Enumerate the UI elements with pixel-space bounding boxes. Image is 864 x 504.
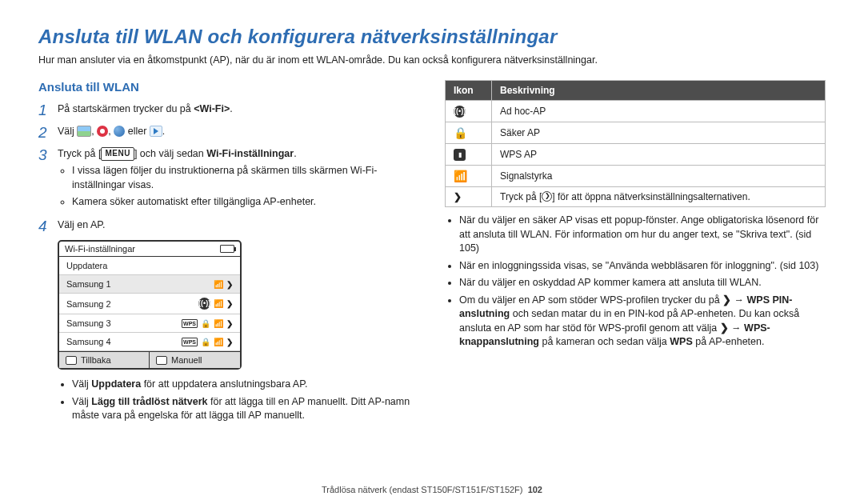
adhoc-icon: ((•)) bbox=[198, 298, 210, 310]
table-row: Säker AP bbox=[446, 122, 826, 144]
chevron-right-icon: ❯ bbox=[722, 294, 731, 308]
manual-btn-icon bbox=[156, 356, 167, 365]
globe-icon bbox=[114, 126, 125, 137]
chevron-right-icon: ❯ bbox=[720, 322, 729, 336]
under-device-note-1: Välj Uppdatera för att uppdatera anslutn… bbox=[72, 378, 419, 392]
right-note-3: När du väljer en oskyddad AP kommer kame… bbox=[459, 276, 826, 290]
page-title: Ansluta till WLAN och konfigurera nätver… bbox=[38, 26, 826, 48]
right-note-1: När du väljer en säker AP visas ett popu… bbox=[459, 214, 826, 256]
landscape-icon bbox=[77, 126, 91, 137]
ap-row-3: Samsung 3 WPS❯ bbox=[59, 314, 240, 333]
section-heading: Ansluta till WLAN bbox=[38, 80, 419, 94]
intro-text: Hur man ansluter via en åtkomstpunkt (AP… bbox=[38, 54, 826, 66]
ap-row-1: Samsung 1 ❯ bbox=[59, 275, 240, 294]
chevron-right-icon: ❯ bbox=[226, 338, 233, 346]
lock-icon bbox=[454, 126, 467, 139]
right-note-2: När en inloggningssida visas, se "Använd… bbox=[459, 259, 826, 274]
step-1: På startskärmen trycker du på <Wi-Fi>. bbox=[38, 102, 419, 116]
chevron-right-icon: ❯ bbox=[226, 299, 233, 308]
under-device-note-2: Välj Lägg till trådlöst nätverk för att … bbox=[72, 395, 419, 423]
lock-icon bbox=[201, 338, 210, 346]
icon-description-table: Ikon Beskrivning ((•)) Ad hoc-AP Säker A… bbox=[445, 80, 826, 207]
chevron-right-icon: ❯ bbox=[226, 280, 233, 289]
step-3: Tryck på [MENU] och välj sedan Wi-Fi-ins… bbox=[38, 146, 419, 210]
th-desc: Beskrivning bbox=[492, 81, 826, 101]
wps-icon: WPS bbox=[182, 319, 198, 328]
step-2: Välj , , eller . bbox=[38, 124, 419, 138]
wifi-icon bbox=[214, 299, 223, 308]
menu-icon: MENU bbox=[101, 147, 134, 161]
ap-row-refresh: Uppdatera bbox=[59, 257, 240, 275]
table-row: Signalstyrka bbox=[446, 166, 826, 187]
lock-icon bbox=[201, 319, 210, 328]
back-btn-icon bbox=[66, 356, 77, 365]
record-icon bbox=[97, 126, 108, 137]
wifi-icon bbox=[214, 338, 223, 346]
chevron-right-icon: ❯ bbox=[226, 319, 233, 328]
step-3-note-2: Kamera söker automatiskt efter tillgängl… bbox=[72, 195, 419, 210]
play-icon bbox=[150, 126, 162, 137]
device-screenshot: Wi-Fi-inställningar Uppdatera Samsung 1 … bbox=[58, 240, 242, 370]
ap-row-2: Samsung 2 ((•))❯ bbox=[59, 294, 240, 314]
table-row: ▮ WPS AP bbox=[446, 144, 826, 166]
chevron-right-icon: ❯ bbox=[454, 191, 462, 202]
wifi-icon bbox=[214, 319, 223, 328]
table-row: ((•)) Ad hoc-AP bbox=[446, 101, 826, 122]
th-icon: Ikon bbox=[446, 81, 492, 101]
options-icon bbox=[542, 191, 552, 202]
page-footer: Trådlösa nätverk (endast ST150F/ST151F/S… bbox=[0, 485, 864, 494]
right-note-4: Om du väljer en AP som stöder WPS-profil… bbox=[459, 294, 826, 350]
device-back: Tillbaka bbox=[59, 352, 150, 368]
ap-row-4: Samsung 4 WPS❯ bbox=[59, 333, 240, 351]
battery-icon bbox=[220, 245, 234, 253]
step-3-note-1: I vissa lägen följer du instruktionerna … bbox=[72, 164, 419, 192]
step-4: Välj en AP. bbox=[38, 218, 419, 232]
device-title: Wi-Fi-inställningar bbox=[65, 244, 135, 254]
wifi-icon bbox=[454, 170, 467, 182]
table-row: ❯ Tryck på [] för att öppna nätverksinst… bbox=[446, 187, 826, 207]
wps-icon: ▮ bbox=[454, 149, 466, 161]
wifi-icon bbox=[214, 280, 223, 289]
device-manual: Manuell bbox=[150, 352, 240, 368]
wps-icon: WPS bbox=[182, 338, 198, 346]
adhoc-icon: ((•)) bbox=[454, 106, 466, 118]
